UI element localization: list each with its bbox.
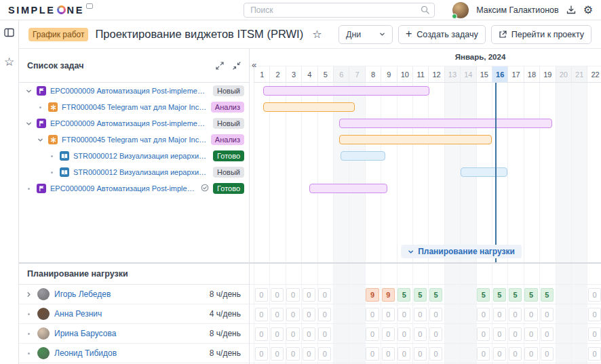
- search-input[interactable]: [244, 3, 435, 18]
- leaf-dot-icon: [24, 333, 33, 335]
- task-label[interactable]: EPC0000009 Автоматизация Post-implementa…: [50, 184, 197, 193]
- app-logo[interactable]: SIMPLENE: [8, 5, 93, 16]
- load-row-line: [250, 363, 601, 363]
- load-cell: 0: [303, 308, 315, 321]
- person-name[interactable]: Ирина Барусова: [54, 329, 205, 338]
- goto-project-button[interactable]: Перейти к проекту: [491, 25, 592, 44]
- person-hours: 8 ч/день: [210, 348, 241, 358]
- task-row[interactable]: STR0000012 Визуализация иерархической...…: [19, 148, 249, 164]
- load-row[interactable]: Леонид Тибидов8 ч/день: [19, 344, 249, 363]
- task-row[interactable]: EPC0000009 Автоматизация Post-implementa…: [19, 180, 249, 197]
- chevron-down-icon: [379, 31, 385, 37]
- load-cell: 0: [524, 347, 537, 361]
- download-button[interactable]: [566, 5, 576, 14]
- load-cell: 5: [524, 288, 537, 302]
- epic-icon: [37, 184, 46, 193]
- chevron-down-icon[interactable]: [24, 88, 33, 94]
- create-task-button[interactable]: + Создать задачу: [398, 25, 486, 44]
- day-header-cell: 20: [556, 66, 571, 83]
- gantt-bar[interactable]: [339, 119, 552, 128]
- load-cell: 0: [286, 308, 299, 321]
- load-cell: 0: [541, 347, 554, 361]
- task-label[interactable]: EPC0000009 Автоматизация Post-implementa…: [50, 119, 209, 127]
- load-planning-toggle[interactable]: Планирование нагрузки: [401, 245, 522, 258]
- user-avatar[interactable]: [452, 2, 469, 18]
- load-cell: 0: [255, 327, 268, 341]
- status-badge: Анализ: [211, 134, 244, 145]
- task-label[interactable]: FTR0000045 Telegram чат для Major Incide…: [62, 136, 207, 144]
- person-name[interactable]: Игорь Лебедев: [54, 289, 205, 299]
- load-cell: 0: [414, 327, 427, 341]
- task-row[interactable]: EPC0000009 Автоматизация Post-implementa…: [19, 83, 249, 99]
- task-label[interactable]: FTR0000045 Telegram чат для Major Incide…: [62, 103, 207, 111]
- load-row[interactable]: Игорь Лебедев8 ч/день: [19, 285, 249, 304]
- gantt-bar[interactable]: [341, 151, 386, 161]
- weekend-column: [460, 264, 476, 364]
- load-cell: 0: [286, 347, 299, 361]
- load-cell: 0: [318, 327, 331, 341]
- gantt-bar[interactable]: [339, 135, 492, 144]
- create-task-label: Создать задачу: [416, 30, 478, 39]
- epic-icon: [37, 119, 46, 128]
- side-panel-toggle-icon[interactable]: [4, 28, 14, 40]
- gantt-chart: « Январь, 2024 1234567891011121314151617…: [250, 49, 601, 262]
- day-header-cell: 6: [333, 66, 349, 83]
- collapse-all-icon[interactable]: [233, 62, 241, 70]
- load-cell: 0: [477, 327, 490, 341]
- load-rows: Игорь Лебедев8 ч/деньАнна Резнич4 ч/день…: [19, 285, 249, 363]
- task-row[interactable]: FTR0000045 Telegram чат для Major Incide…: [19, 132, 249, 148]
- chevron-right-icon[interactable]: [24, 291, 33, 298]
- load-row-line: [250, 343, 601, 344]
- online-status-dot: [452, 14, 457, 19]
- chevron-down-icon[interactable]: [36, 137, 44, 143]
- gantt-bar[interactable]: [309, 184, 387, 193]
- day-header-cell: 15: [476, 66, 492, 83]
- task-row[interactable]: STR0000012 Визуализация иерархической...…: [19, 164, 249, 180]
- task-row[interactable]: EPC0000009 Автоматизация Post-implementa…: [19, 115, 249, 132]
- task-label[interactable]: STR0000012 Визуализация иерархической...: [73, 152, 209, 160]
- load-cell: 5: [509, 288, 522, 302]
- expand-all-icon[interactable]: [216, 62, 224, 70]
- collapse-panel-button[interactable]: «: [252, 60, 256, 70]
- day-header-cell: 22: [587, 66, 601, 83]
- person-name[interactable]: Леонид Тибидов: [54, 348, 205, 358]
- settings-gear-button[interactable]: ⚙: [583, 5, 593, 16]
- favorite-toggle-icon[interactable]: ☆: [312, 28, 322, 41]
- task-list-title: Список задач: [27, 61, 83, 70]
- load-cell: 0: [303, 347, 315, 361]
- task-row[interactable]: FTR0000045 Telegram чат для Major Incide…: [19, 99, 249, 115]
- leaf-dot-icon: [24, 313, 33, 315]
- day-header-cell: 19: [539, 66, 555, 83]
- load-cell: 0: [477, 308, 490, 321]
- external-link-icon: [499, 31, 507, 39]
- load-cell: 5: [477, 288, 490, 302]
- load-cell: 0: [398, 308, 410, 321]
- load-planning-section: Планирование нагрузки Игорь Лебедев8 ч/д…: [19, 262, 601, 364]
- load-cell: 0: [588, 327, 601, 341]
- task-list-header: Список задач: [19, 49, 249, 83]
- gantt-bar[interactable]: [263, 86, 429, 96]
- time-scale-select[interactable]: Дни: [338, 25, 393, 44]
- person-name[interactable]: Анна Резнич: [54, 309, 205, 319]
- weekend-column: [349, 264, 364, 364]
- leaf-dot-icon: [47, 155, 56, 157]
- user-name[interactable]: Максим Галактионов: [476, 5, 558, 15]
- task-label[interactable]: STR0000012 Визуализация иерархической...: [73, 168, 209, 176]
- global-search: [244, 3, 435, 18]
- load-cell: 0: [414, 347, 427, 361]
- load-cell: 0: [271, 347, 284, 361]
- favorites-star-icon[interactable]: ☆: [4, 56, 14, 68]
- load-row[interactable]: Ирина Барусова8 ч/день: [19, 324, 249, 344]
- load-planning-panel: Планирование нагрузки Игорь Лебедев8 ч/д…: [19, 264, 250, 364]
- load-cell: 0: [255, 288, 268, 302]
- gantt-bar[interactable]: [461, 167, 507, 177]
- load-cell: 0: [318, 288, 331, 302]
- day-header-cell: 12: [428, 66, 444, 83]
- person-hours: 8 ч/день: [210, 329, 241, 338]
- gantt-bar[interactable]: [263, 102, 355, 112]
- load-row[interactable]: Анна Резнич4 ч/день: [19, 304, 249, 324]
- person-hours: 4 ч/день: [210, 309, 241, 319]
- gantt-column: [397, 83, 412, 262]
- task-label[interactable]: EPC0000009 Автоматизация Post-implementa…: [50, 87, 209, 95]
- chevron-down-icon[interactable]: [24, 121, 33, 127]
